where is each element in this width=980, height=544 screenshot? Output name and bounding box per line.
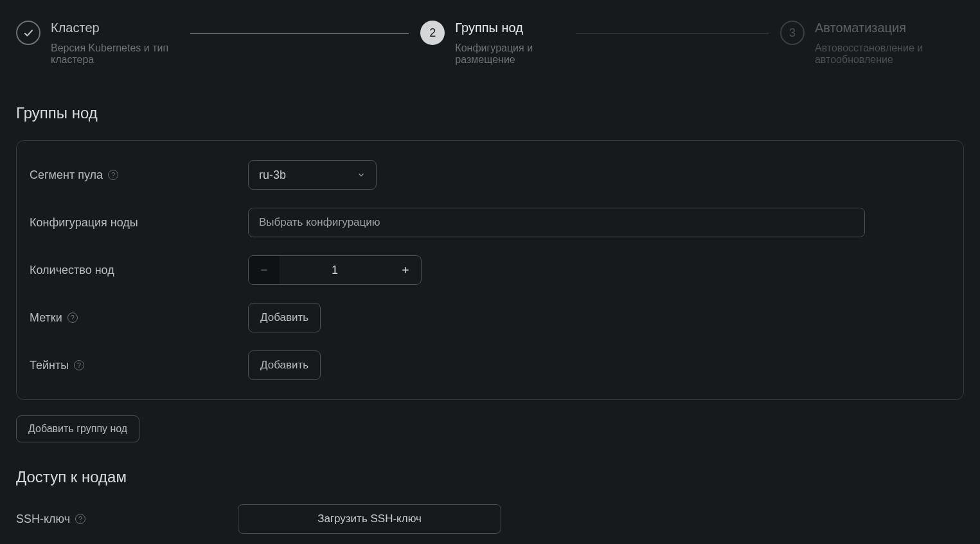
taints-label: Тейнты ? — [30, 359, 248, 372]
step-2-title: Группы нод — [455, 19, 564, 36]
step-1-subtitle: Версия Kubernetes и тип кластера — [51, 42, 179, 66]
help-icon[interactable]: ? — [74, 360, 84, 370]
pool-segment-select[interactable]: ru-3b — [248, 160, 377, 190]
node-count-label: Количество нод — [30, 264, 248, 277]
node-groups-heading: Группы нод — [16, 104, 964, 122]
node-group-card: Сегмент пула ? ru-3b Конфигурация ноды В… — [16, 140, 964, 400]
node-config-label: Конфигурация ноды — [30, 216, 248, 230]
help-icon[interactable]: ? — [108, 170, 118, 180]
increment-button[interactable] — [390, 256, 421, 284]
pool-segment-label-text: Сегмент пула — [30, 168, 103, 182]
labels-label-text: Метки — [30, 311, 62, 325]
node-config-select[interactable]: Выбрать конфигурацию — [248, 208, 865, 237]
step-1-title: Кластер — [51, 19, 179, 36]
labels-label: Метки ? — [30, 311, 248, 325]
step-connector-1 — [190, 33, 409, 34]
step-3-number-icon: 3 — [780, 21, 805, 45]
upload-ssh-key-button[interactable]: Загрузить SSH-ключ — [238, 504, 501, 534]
ssh-key-label: SSH-ключ ? — [16, 512, 238, 526]
add-label-button[interactable]: Добавить — [248, 303, 321, 332]
add-node-group-button[interactable]: Добавить группу нод — [16, 415, 139, 442]
chevron-down-icon — [357, 170, 366, 179]
step-3-title: Автоматизация — [815, 19, 964, 36]
add-taint-button[interactable]: Добавить — [248, 350, 321, 380]
stepper: Кластер Версия Kubernetes и тип кластера… — [16, 19, 964, 66]
node-count-value[interactable]: 1 — [280, 264, 390, 277]
decrement-button[interactable] — [249, 256, 280, 284]
pool-segment-value: ru-3b — [259, 168, 286, 182]
pool-segment-label: Сегмент пула ? — [30, 168, 248, 182]
node-count-stepper: 1 — [248, 255, 422, 285]
step-connector-2 — [576, 33, 769, 34]
step-1[interactable]: Кластер Версия Kubernetes и тип кластера — [16, 19, 179, 66]
ssh-key-label-text: SSH-ключ — [16, 512, 70, 526]
check-icon — [16, 21, 40, 45]
plus-icon — [400, 265, 411, 275]
node-access-heading: Доступ к нодам — [16, 468, 964, 486]
taints-label-text: Тейнты — [30, 359, 69, 372]
help-icon[interactable]: ? — [67, 313, 78, 323]
step-3: 3 Автоматизация Автовосстановление и авт… — [780, 19, 964, 66]
step-2[interactable]: 2 Группы нод Конфигурация и размещение — [420, 19, 564, 66]
help-icon[interactable]: ? — [75, 514, 85, 524]
step-2-subtitle: Конфигурация и размещение — [455, 42, 564, 66]
step-3-subtitle: Автовосстановление и автообновление — [815, 42, 964, 66]
step-2-number-icon: 2 — [420, 21, 445, 45]
node-config-placeholder: Выбрать конфигурацию — [259, 216, 380, 229]
minus-icon — [259, 265, 269, 275]
